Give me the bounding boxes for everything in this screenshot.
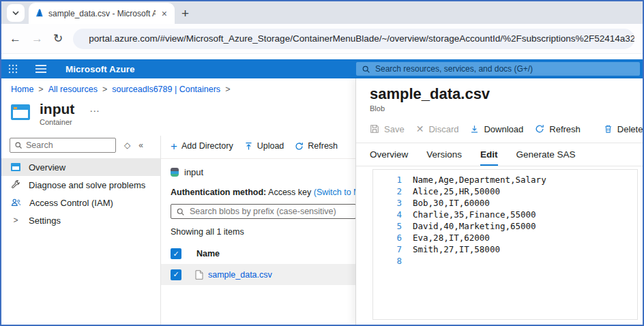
sidebar-search-input[interactable] [10,138,116,153]
items-count-text: Showing all 1 items [171,227,367,237]
auth-method-line: Authentication method: Access key (Switc… [171,188,367,197]
azure-header: Microsoft Azure Search resources, servic… [1,59,643,78]
breadcrumb: Home>All resources>sourceadls6789 | Cont… [11,85,235,94]
refresh-icon [535,124,544,134]
search-icon [362,65,370,74]
editor-line: 8 [373,255,637,267]
tab-title: sample_data.csv - Microsoft Az [48,9,156,18]
blob-search-input[interactable] [171,204,356,219]
breadcrumb-storage-containers[interactable]: sourceadls6789 | Containers [112,85,220,94]
browser-toolbar: ← → ↻ portal.azure.com/#view/Microsoft_A… [1,24,643,54]
new-tab-button[interactable]: + [181,7,189,20]
sidebar-item-label: Diagnose and solve problems [29,180,145,190]
browser-window: sample_data.csv - Microsoft Az × + ← → ↻… [0,0,644,326]
table-row[interactable]: ✓ sample_data.csv [161,264,367,285]
forward-icon[interactable]: → [31,32,43,46]
azure-brand: Microsoft Azure [65,64,135,74]
download-icon [470,125,479,134]
container-path-label[interactable]: input [184,167,203,177]
file-icon [195,270,203,280]
blob-name-link[interactable]: sample_data.csv [208,270,272,280]
people-icon [11,198,21,207]
save-button[interactable]: Save [370,124,405,134]
add-directory-button[interactable]: + Add Directory [171,140,233,152]
tab-close-icon[interactable]: × [160,8,169,19]
chevron-right-icon: > [11,216,20,225]
collapse-sidebar-icon[interactable]: « [138,140,143,150]
tab-strip: sample_data.csv - Microsoft Az × + [1,1,643,24]
blade-subtitle: Blob [370,104,643,113]
chevron-down-icon [12,9,20,17]
tab-overview[interactable]: Overview [370,149,408,166]
discard-button[interactable]: ✕ Discard [416,123,459,134]
name-column-header[interactable]: Name [196,249,220,258]
blob-search-field[interactable] [190,207,347,216]
editor-line: 7Smith,27,IT,58000 [373,243,637,255]
more-menu[interactable]: ... [90,103,100,114]
blade-tabs-divider [356,166,643,166]
refresh-button[interactable]: Refresh [535,124,581,134]
blade-toolbar-divider [356,143,643,143]
sidebar-item-access-control[interactable]: Access Control (IAM) [1,194,160,211]
upload-button[interactable]: Upload [244,141,284,151]
global-search-placeholder: Search resources, services, and docs (G+… [375,64,533,74]
back-icon[interactable]: ← [10,32,21,46]
refresh-icon [295,142,304,151]
breadcrumb-all-resources[interactable]: All resources [48,85,98,94]
container-path: input [171,167,367,177]
page-header: input ... Container [11,101,100,126]
auth-method-label: Authentication method: [171,188,266,197]
chrome-gap [1,54,643,59]
blade-tabs: Overview Versions Edit Generate SAS [370,149,643,166]
delete-button[interactable]: Delete [604,124,643,134]
row-checkbox[interactable]: ✓ [171,269,181,280]
wrench-icon [11,180,20,190]
editor-line: 3Bob,30,IT,60000 [373,197,637,209]
download-button[interactable]: Download [470,124,523,134]
breadcrumb-separator: > [38,85,43,94]
tab-versions[interactable]: Versions [426,149,462,166]
azure-favicon-icon [34,8,44,18]
portal-body: Home>All resources>sourceadls6789 | Cont… [1,78,643,325]
refresh-button[interactable]: Refresh [295,141,338,151]
sidebar-item-overview[interactable]: Overview [1,158,160,176]
plus-icon: + [171,140,177,152]
breadcrumb-separator: > [225,85,230,94]
blade-title: sample_data.csv [370,85,643,103]
browser-tab[interactable]: sample_data.csv - Microsoft Az × [29,3,175,24]
blade-toolbar: Save ✕ Discard Download [370,121,643,136]
tab-generate-sas[interactable]: Generate SAS [516,149,576,166]
pin-toggle-icon[interactable]: ◇ [124,140,130,150]
address-bar[interactable]: portal.azure.com/#view/Microsoft_Azure_S… [73,29,634,49]
blob-text-editor[interactable]: 1Name,Age,Department,Salary 2Alice,25,HR… [372,169,638,320]
select-all-checkbox[interactable]: ✓ [171,248,181,259]
save-icon [370,124,379,134]
breadcrumb-separator: > [102,85,107,94]
upload-icon [244,142,253,151]
command-bar-divider [161,158,367,159]
hamburger-menu-icon[interactable] [35,65,46,73]
sidebar: ◇ « Overview Diagnose and solve problems [1,136,160,325]
global-search-input[interactable]: Search resources, services, and docs (G+… [356,62,640,76]
search-icon [176,207,185,216]
url-text: portal.azure.com/#view/Microsoft_Azure_S… [89,33,634,44]
waffle-menu-icon[interactable] [8,64,18,74]
reload-icon[interactable]: ↻ [53,31,63,46]
editor-line: 6Eva,28,IT,62000 [373,232,637,243]
sidebar-search-field[interactable] [26,140,101,150]
container-content-pane: + Add Directory Upload Refresh [161,136,367,325]
tab-search-button[interactable] [7,4,25,22]
editor-line: 5David,40,Marketing,65000 [373,220,637,232]
editor-line: 1Name,Age,Department,Salary [373,174,637,186]
sidebar-item-label: Access Control (IAM) [29,198,113,208]
sidebar-item-settings[interactable]: > Settings [1,211,160,229]
discard-x-icon: ✕ [416,123,424,134]
container-icon [11,104,30,120]
tab-edit[interactable]: Edit [480,149,498,166]
sidebar-item-diagnose[interactable]: Diagnose and solve problems [1,176,160,194]
search-icon [14,141,23,149]
page-title: input [40,101,74,117]
blob-table-header: ✓ Name [161,243,367,264]
editor-line: 4Charlie,35,Finance,55000 [373,209,637,220]
breadcrumb-home[interactable]: Home [11,85,33,94]
